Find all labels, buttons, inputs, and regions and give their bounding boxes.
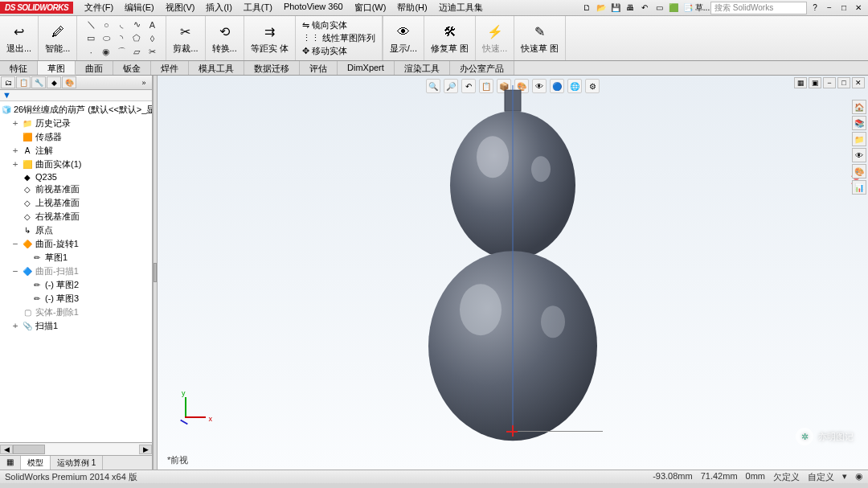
btab-motion[interactable]: 运动算例 1 bbox=[51, 456, 103, 470]
tree-item[interactable]: −🔷曲面-扫描1 bbox=[2, 265, 150, 278]
tree-item[interactable]: 🟧传感器 bbox=[2, 130, 150, 144]
tab-sheetmetal[interactable]: 钣金 bbox=[113, 61, 151, 75]
tab-dimxpert[interactable]: DimXpert bbox=[338, 61, 395, 75]
text-icon[interactable]: A bbox=[145, 18, 159, 31]
fillet-icon[interactable]: ⌒ bbox=[114, 46, 129, 59]
status-unit-icon[interactable]: ◉ bbox=[855, 471, 863, 483]
cfg-tab-icon[interactable]: 🔧 bbox=[31, 76, 46, 88]
graphics-viewport[interactable]: 🔍 🔎 ↶ 📋 📦 🎨 👁 🔵 🌐 ⚙ ▦▣ −□✕ ✕ 🏠 📚 📁 👁 🎨 📊 bbox=[158, 76, 868, 470]
open-icon[interactable]: 📂 bbox=[595, 2, 608, 14]
tab-feature[interactable]: 特征 bbox=[0, 61, 38, 75]
menu-photoview[interactable]: PhotoView 360 bbox=[279, 0, 348, 15]
vw-min-icon[interactable]: − bbox=[823, 77, 836, 88]
tree-item[interactable]: +🟨曲面实体(1) bbox=[2, 158, 150, 171]
tab-mold[interactable]: 模具工具 bbox=[189, 61, 244, 75]
print-icon[interactable]: 🖶 bbox=[624, 2, 637, 14]
trim-mini-icon[interactable]: ✂ bbox=[145, 46, 159, 59]
menu-tools[interactable]: 工具(T) bbox=[239, 0, 277, 15]
tree-item[interactable]: ◆Q235 bbox=[2, 171, 150, 182]
tree-item[interactable]: ↳原点 bbox=[2, 223, 150, 237]
scroll-thumb[interactable] bbox=[13, 445, 45, 454]
point-icon[interactable]: · bbox=[84, 46, 98, 59]
new-icon[interactable]: 🗋 bbox=[580, 2, 593, 14]
tree-item[interactable]: +A注解 bbox=[2, 144, 150, 158]
menu-view[interactable]: 视图(V) bbox=[161, 0, 200, 15]
undo-icon[interactable]: ↶ bbox=[638, 2, 651, 14]
plane-icon[interactable]: ▱ bbox=[129, 46, 144, 59]
scroll-left-icon[interactable]: ◀ bbox=[0, 445, 13, 454]
fm-tab-icon[interactable]: 🗂 bbox=[1, 76, 15, 88]
exit-sketch-button[interactable]: ↩退出... bbox=[6, 23, 31, 55]
tree-item[interactable]: ✏(-) 草图2 bbox=[2, 278, 150, 292]
origin-marker[interactable] bbox=[509, 428, 517, 436]
rebuild-icon[interactable]: 🟩 bbox=[667, 2, 680, 14]
tp-home-icon[interactable]: 🏠 bbox=[852, 100, 866, 114]
tp-view-icon[interactable]: 👁 bbox=[852, 148, 866, 162]
options-icon[interactable]: 📑 bbox=[682, 2, 694, 14]
btab-model[interactable]: 模型 bbox=[21, 456, 51, 470]
trim-button[interactable]: ✂剪裁... bbox=[173, 23, 198, 55]
dx-tab-icon[interactable]: 🎨 bbox=[62, 76, 76, 88]
ellipse-icon[interactable]: ⬭ bbox=[99, 32, 113, 45]
side-hscroll[interactable]: ◀ ▶ bbox=[0, 442, 152, 455]
tab-render[interactable]: 渲染工具 bbox=[395, 61, 450, 75]
circle-icon[interactable]: ○ bbox=[99, 18, 113, 31]
menu-help[interactable]: 帮助(H) bbox=[392, 0, 432, 15]
tab-sketch[interactable]: 草图 bbox=[38, 61, 76, 75]
display-button[interactable]: 👁显示/... bbox=[390, 23, 417, 55]
vw-a-icon[interactable]: ▦ bbox=[794, 77, 807, 88]
pm-tab-icon[interactable]: 📋 bbox=[16, 76, 31, 88]
mirror-button[interactable]: ⇋镜向实体 bbox=[302, 19, 375, 31]
tree-item[interactable]: +📁历史记录 bbox=[2, 117, 150, 130]
tp-prop-icon[interactable]: 📊 bbox=[852, 180, 866, 195]
feature-tree[interactable]: 🧊26铜丝缠成的葫芦 (默认<<默认>_显示 +📁历史记录🟧传感器+A注解+🟨曲… bbox=[0, 101, 152, 442]
spline-icon[interactable]: ∿ bbox=[129, 18, 144, 31]
disp-tab-icon[interactable]: ◆ bbox=[47, 76, 61, 88]
tp-file-icon[interactable]: 📁 bbox=[852, 132, 866, 146]
menu-edit[interactable]: 编辑(E) bbox=[120, 0, 159, 15]
polygon-icon[interactable]: ⬠ bbox=[129, 32, 144, 45]
menu-maidi[interactable]: 迈迪工具集 bbox=[434, 0, 488, 15]
arc2-icon[interactable]: ◝ bbox=[114, 32, 129, 45]
help-icon[interactable]: ? bbox=[809, 2, 821, 14]
pattern-button[interactable]: ⋮⋮线性草图阵列 bbox=[302, 32, 375, 44]
tab-data[interactable]: 数据迁移 bbox=[244, 61, 300, 75]
tree-item[interactable]: −🔶曲面-旋转1 bbox=[2, 237, 150, 251]
center-icon[interactable]: ◉ bbox=[99, 46, 113, 59]
select-icon[interactable]: ▭ bbox=[653, 2, 665, 14]
smart-dimension-button[interactable]: 🖉智能... bbox=[45, 23, 70, 55]
tree-item[interactable]: ✏草图1 bbox=[2, 251, 150, 265]
tree-item[interactable]: +📎扫描1 bbox=[2, 319, 150, 333]
tree-item[interactable]: ◇右视基准面 bbox=[2, 210, 150, 223]
vw-b-icon[interactable]: ▣ bbox=[809, 77, 821, 88]
collapse-icon[interactable]: » bbox=[137, 76, 151, 88]
filter-icon[interactable]: ▼ bbox=[2, 90, 11, 100]
tree-item[interactable]: ✏(-) 草图3 bbox=[2, 292, 150, 306]
tree-root[interactable]: 🧊26铜丝缠成的葫芦 (默认<<默认>_显示 bbox=[2, 103, 150, 117]
btab-icon[interactable]: ▦ bbox=[0, 456, 21, 470]
search-input[interactable]: 搜索 SolidWorks bbox=[710, 2, 807, 14]
quick-sketch-button[interactable]: ✎快速草 图 bbox=[521, 23, 559, 55]
slot-icon[interactable]: ◊ bbox=[145, 32, 159, 45]
tab-weldment[interactable]: 焊件 bbox=[151, 61, 189, 75]
tree-item[interactable]: ▢实体-删除1 bbox=[2, 306, 150, 319]
convert-button[interactable]: ⟲转换... bbox=[212, 23, 237, 55]
menu-window[interactable]: 窗口(W) bbox=[350, 0, 391, 15]
menu-insert[interactable]: 插入(I) bbox=[201, 0, 236, 15]
vw-close-icon[interactable]: ✕ bbox=[852, 77, 865, 88]
tab-surface[interactable]: 曲面 bbox=[76, 61, 113, 75]
menu-file[interactable]: 文件(F) bbox=[80, 0, 118, 15]
tree-item[interactable]: ◇前视基准面 bbox=[2, 182, 150, 196]
save-icon[interactable]: 💾 bbox=[609, 2, 622, 14]
move-button[interactable]: ✥移动实体 bbox=[302, 45, 375, 57]
repair-button[interactable]: 🛠修复草 图 bbox=[431, 23, 469, 55]
minimize-icon[interactable]: − bbox=[823, 2, 836, 14]
offset-button[interactable]: ⇉等距实 体 bbox=[251, 23, 289, 55]
tp-appear-icon[interactable]: 🎨 bbox=[852, 164, 866, 178]
scroll-right-icon[interactable]: ▶ bbox=[139, 445, 152, 454]
vw-max-icon[interactable]: □ bbox=[837, 77, 850, 88]
sketch-icon[interactable]: 草... bbox=[696, 2, 709, 14]
arc-icon[interactable]: ◟ bbox=[114, 18, 129, 31]
tab-office[interactable]: 办公室产品 bbox=[450, 61, 514, 75]
view-triad[interactable]: y x bbox=[174, 397, 206, 429]
